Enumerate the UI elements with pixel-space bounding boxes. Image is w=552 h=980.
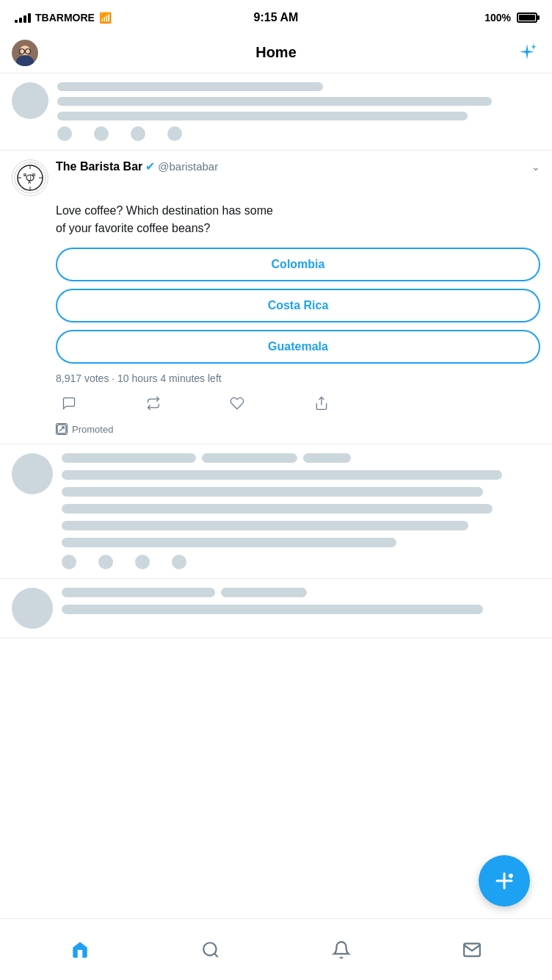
svg-line-18 [59, 427, 64, 431]
nav-notifications[interactable] [317, 934, 366, 965]
sparkle-button[interactable] [514, 40, 540, 66]
tweet-body: Love coffee? Which destination has some … [56, 202, 540, 237]
compose-button[interactable] [479, 855, 530, 907]
skeleton-tweet-top [0, 73, 552, 151]
skeleton-tweet-3 [0, 579, 552, 638]
svg-point-21 [203, 943, 216, 955]
skeleton-avatar-3 [12, 588, 53, 629]
retweet-button[interactable] [140, 393, 167, 416]
verified-badge: ✔ [145, 159, 155, 173]
poll-option-guatemala[interactable]: Guatemala [56, 330, 540, 364]
status-left: TBARMORE 📶 [15, 12, 112, 24]
share-icon [314, 396, 329, 413]
like-button[interactable] [224, 393, 250, 416]
page-title: Home [255, 44, 297, 61]
nav-search[interactable] [186, 934, 235, 965]
comment-button[interactable] [56, 393, 82, 416]
comment-icon [62, 396, 76, 413]
promoted-row: Promoted [56, 423, 540, 435]
nav-home[interactable] [56, 934, 104, 965]
promoted-icon [56, 423, 68, 435]
skeleton-content-2 [62, 453, 540, 569]
share-button[interactable] [308, 393, 335, 416]
tweet-actions [56, 393, 335, 416]
skeleton-dots-2 [62, 555, 540, 569]
nav-messages[interactable] [448, 934, 496, 965]
tweet-header: B R A The Barista Bar ✔ @baristabar ⌄ [12, 159, 540, 196]
skeleton-content-3 [62, 588, 540, 629]
signal-icon [15, 12, 31, 23]
battery-icon [517, 12, 537, 23]
account-name: The Barista Bar [56, 160, 142, 173]
tweet-handle: @baristabar [158, 160, 218, 173]
tweet-caret[interactable]: ⌄ [531, 161, 540, 173]
svg-line-22 [214, 954, 218, 957]
battery-label: 100% [484, 12, 511, 24]
bottom-nav [0, 918, 552, 980]
status-time: 9:15 AM [254, 11, 299, 24]
poll-option-costa-rica[interactable]: Costa Rica [56, 289, 540, 323]
skeleton-content [57, 82, 540, 141]
barista-avatar[interactable]: B R A [12, 159, 48, 196]
poll-options: Colombia Costa Rica Guatemala [56, 248, 540, 364]
tweet-meta: The Barista Bar ✔ @baristabar ⌄ [56, 159, 540, 173]
status-bar: TBARMORE 📶 9:15 AM 100% [0, 0, 552, 32]
carrier-label: TBARMORE [35, 12, 95, 24]
status-right: 100% [484, 12, 537, 24]
heart-icon [230, 396, 244, 413]
tweet-card: B R A The Barista Bar ✔ @baristabar ⌄ [0, 151, 552, 444]
skeleton-tweet-2 [0, 444, 552, 579]
header: Home [0, 32, 552, 73]
tweet-name-row: The Barista Bar ✔ @baristabar ⌄ [56, 159, 540, 173]
promoted-label: Promoted [72, 424, 113, 435]
retweet-icon [146, 396, 161, 413]
poll-option-colombia[interactable]: Colombia [56, 248, 540, 281]
poll-meta: 8,917 votes · 10 hours 4 minutes left [56, 372, 540, 384]
skeleton-avatar-2 [12, 453, 53, 494]
wifi-icon: 📶 [99, 12, 112, 24]
skeleton-dots [57, 126, 540, 141]
skeleton-avatar [12, 82, 48, 119]
user-avatar[interactable] [12, 40, 38, 66]
